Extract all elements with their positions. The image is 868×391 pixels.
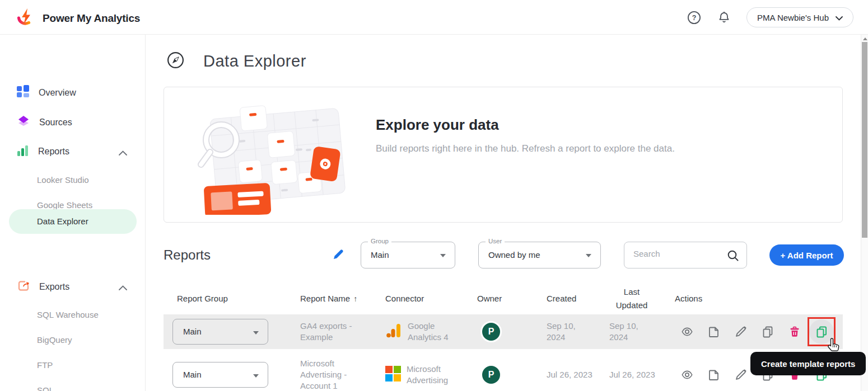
tooltip-create-template-reports: Create template reports [750,352,866,375]
bolt-swoosh-logo-icon [15,6,37,31]
sidebar-item-label: Sources [39,117,72,128]
caret-down-icon [440,254,446,257]
grid-squares-icon [17,85,30,100]
bell-icon[interactable] [713,6,735,29]
connector-name: Google Analytics 4 [408,321,459,343]
page-title: Data Explorer [203,52,306,70]
microsoft-logo-icon [385,366,401,384]
column-owner[interactable]: Owner [477,294,547,303]
sidebar-item-overview[interactable]: Overview [17,85,76,100]
group-filter-value: Main [371,250,389,260]
top-bar: Power My Analytics ? PMA Newbie's Hub [0,0,868,35]
create-template-reports-button[interactable] [815,326,828,338]
owner-avatar[interactable]: P [480,364,502,385]
table-row: Main GA4 exports - Example Google Analyt… [164,314,843,349]
report-name[interactable]: GA4 exports - Example [300,321,368,343]
pencil-icon[interactable] [735,326,747,338]
search-box [624,242,747,268]
eye-icon[interactable] [681,326,693,338]
sidebar-item-sql[interactable]: SQL [37,385,54,391]
column-report-group[interactable]: Report Group [164,294,300,303]
brand: Power My Analytics [15,6,140,31]
add-report-button[interactable]: + Add Report [769,244,844,266]
eye-icon[interactable] [681,369,693,381]
copy-icon[interactable] [762,326,774,338]
sidebar-item-data-explorer[interactable]: Data Explorer [9,209,137,234]
sidebar-item-label: Exports [39,282,69,292]
user-filter-select[interactable]: User Owned by me [478,242,601,268]
connector-name: Microsoft Advertising [407,364,458,386]
row-group-select[interactable]: Main [172,319,268,345]
chevron-up-icon[interactable] [119,282,127,293]
column-actions: Actions [675,294,843,303]
sidebar-item-label: Data Explorer [37,209,88,234]
report-name[interactable]: Microsoft Advertising - Account 1 [300,358,368,391]
chevron-down-icon [836,13,843,22]
column-connector[interactable]: Connector [385,294,477,303]
compass-icon [167,51,184,71]
data-board-illustration [186,96,360,217]
help-icon[interactable]: ? [683,6,705,29]
sidebar: Overview Sources Reports Looker Studio G… [0,35,146,391]
sidebar-item-sources[interactable]: Sources [17,115,72,130]
banner-subtext: Build reports right here in the hub. Ref… [376,143,675,154]
column-created[interactable]: Created [547,294,609,303]
sidebar-item-exports[interactable]: Exports [17,279,69,295]
owner-avatar[interactable]: P [480,321,502,342]
row-group-value: Main [183,327,202,336]
pencil-icon[interactable] [735,369,747,381]
group-filter-label: Group [368,238,391,244]
file-icon[interactable] [708,369,720,381]
file-icon[interactable] [708,326,720,338]
created-date: Sep 10, 2024 [547,321,594,343]
layers-diamond-icon [17,115,30,130]
google-analytics-4-logo-icon [385,322,402,341]
search-input[interactable] [633,249,723,258]
search-icon[interactable] [727,249,739,264]
scrollbar-up-arrow-icon[interactable] [863,37,867,40]
export-arrow-icon [17,279,30,295]
sidebar-item-label: Overview [39,88,76,98]
chevron-up-icon[interactable] [119,148,127,158]
trash-icon[interactable] [788,326,801,338]
banner-heading: Explore your data [376,116,499,134]
table-header-row: Report Group Report Name↑ Connector Owne… [164,282,843,314]
brand-name: Power My Analytics [43,12,140,25]
caret-down-icon [253,331,259,335]
sidebar-item-reports[interactable]: Reports [17,144,69,159]
reports-table: Report Group Report Name↑ Connector Owne… [164,282,843,391]
sidebar-item-sql-warehouse[interactable]: SQL Warehouse [37,310,99,319]
user-filter-label: User [486,238,505,244]
row-group-select[interactable]: Main [172,362,268,388]
row-group-value: Main [183,370,202,379]
updated-date: Jul 26, 2023 [609,369,656,380]
sidebar-item-google-sheets[interactable]: Google Sheets [37,200,92,210]
caret-down-icon [253,374,259,378]
table-row: Main Microsoft Advertising - Account 1 M… [164,352,843,391]
svg-text:?: ? [692,14,696,22]
reports-heading: Reports [164,247,211,263]
column-last-updated[interactable]: Last Updated [609,285,675,312]
updated-date: Sep 10, 2024 [609,321,656,343]
user-filter-value: Owned by me [488,250,540,260]
account-label: PMA Newbie's Hub [757,13,829,22]
edit-group-pencil-icon[interactable] [332,248,344,263]
column-report-name[interactable]: Report Name↑ [300,294,385,303]
scrollbar-thumb[interactable] [862,42,867,238]
sort-asc-icon: ↑ [353,294,357,303]
bar-chart-icon [17,144,29,159]
sidebar-item-looker-studio[interactable]: Looker Studio [37,175,89,185]
sidebar-item-label: Reports [38,147,69,157]
explore-banner: Explore your data Build reports right he… [164,87,843,223]
vertical-scrollbar[interactable] [861,35,868,391]
sidebar-item-bigquery[interactable]: BigQuery [37,335,72,345]
account-selector[interactable]: PMA Newbie's Hub [746,7,853,27]
created-date: Jul 26, 2023 [547,369,594,380]
group-filter-select[interactable]: Group Main [361,242,455,268]
template-copy-icon [815,325,828,338]
sidebar-item-ftp[interactable]: FTP [37,360,53,370]
caret-down-icon [586,254,591,257]
